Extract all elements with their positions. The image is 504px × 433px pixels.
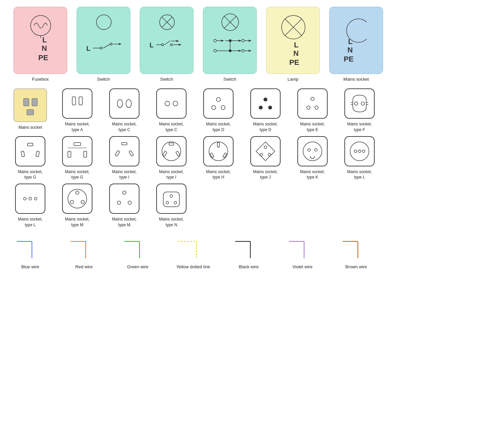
green-wire-label: Green wire — [127, 264, 149, 269]
type-i2-box — [156, 136, 186, 166]
type-i2-item: Mains socket,type I — [151, 136, 192, 181]
type-j-label: Mains socket,type J — [253, 169, 278, 181]
svg-marker-20 — [176, 40, 179, 42]
svg-line-9 — [103, 44, 111, 48]
socket-row3: Mains socket,type G Mains socket,type G — [7, 136, 497, 181]
type-d2-label: Mains socket,type D — [253, 121, 278, 133]
svg-text:L: L — [86, 45, 90, 52]
red-wire-label: Red wire — [75, 264, 92, 269]
svg-marker-24 — [179, 44, 181, 46]
svg-point-107 — [358, 150, 361, 153]
svg-point-112 — [68, 189, 87, 208]
switch2-label: Switch — [160, 77, 173, 82]
svg-text:PE: PE — [344, 55, 353, 63]
red-wire-item: Red wire — [67, 235, 101, 269]
svg-rect-90 — [129, 150, 134, 156]
svg-point-59 — [117, 100, 123, 108]
type-g2-box — [62, 136, 92, 166]
svg-marker-29 — [221, 40, 224, 42]
type-l1-item: Mains socket,type L — [339, 136, 380, 181]
switch1-label: Switch — [97, 77, 110, 82]
svg-text:PE: PE — [289, 58, 299, 67]
svg-rect-98 — [223, 153, 227, 158]
type-a-label: Mains socket,type A — [65, 121, 89, 133]
svg-rect-119 — [163, 192, 179, 207]
type-g1-label: Mains socket,type G — [18, 169, 42, 181]
svg-point-74 — [315, 106, 318, 109]
green-wire-item: Green wire — [121, 235, 155, 269]
type-e-label: Mains socket,type E — [300, 121, 325, 133]
type-i1-box — [109, 136, 139, 166]
svg-rect-84 — [74, 143, 81, 146]
type-l2-box — [15, 184, 45, 214]
svg-point-115 — [81, 200, 84, 204]
svg-point-37 — [214, 49, 216, 52]
yellow-dotted-label: Yellow dotted line — [176, 264, 210, 269]
type-a-item: Mains socket,type A — [57, 88, 97, 133]
svg-point-121 — [166, 201, 169, 204]
svg-point-113 — [76, 191, 79, 194]
brown-wire-item: Brown wire — [339, 235, 373, 269]
socket-row4: Mains socket,type L Mains socket,type M … — [7, 184, 497, 228]
type-d2-item: Mains socket,type D — [245, 88, 286, 133]
svg-point-104 — [314, 149, 317, 151]
svg-rect-54 — [24, 99, 29, 106]
svg-text:L: L — [150, 41, 154, 49]
svg-point-99 — [264, 146, 267, 149]
svg-rect-55 — [32, 99, 37, 106]
svg-rect-58 — [79, 97, 82, 105]
svg-point-60 — [126, 100, 131, 108]
black-wire-label: Black wire — [239, 264, 258, 269]
type-c1-item: Mains socket,type C — [104, 88, 144, 133]
svg-point-102 — [303, 142, 322, 161]
type-c1-box — [109, 88, 139, 119]
svg-point-117 — [117, 201, 121, 204]
svg-rect-94 — [176, 151, 180, 156]
svg-point-116 — [123, 191, 126, 194]
svg-rect-86 — [84, 151, 87, 157]
schematic-row: L N PE Fusebox L Switch — [7, 7, 497, 82]
type-n-box — [156, 184, 186, 214]
svg-rect-88 — [122, 143, 127, 145]
lamp-card: L N PE Lamp — [266, 7, 320, 82]
type-c2-box — [156, 88, 186, 119]
switch3-card: Switch — [203, 7, 257, 82]
svg-text:N: N — [42, 44, 47, 52]
svg-point-76 — [361, 102, 365, 105]
svg-text:L: L — [294, 41, 298, 49]
type-m2-label: Mains socket,type M — [112, 216, 136, 228]
uk-socket-box — [13, 88, 47, 122]
svg-marker-12 — [119, 43, 122, 45]
svg-point-72 — [311, 97, 314, 101]
type-g1-item: Mains socket,type G — [10, 136, 50, 181]
svg-point-109 — [24, 197, 26, 200]
svg-rect-85 — [68, 151, 71, 157]
svg-point-106 — [354, 150, 357, 153]
svg-point-108 — [362, 150, 365, 153]
type-c2-item: Mains socket,type C — [151, 88, 192, 133]
type-c2-label: Mains socket,type C — [159, 121, 183, 133]
mains-socket-schematic-label: Mains socket — [343, 77, 369, 82]
wire-row: Blue wire Red wire Green wire Yellow dot… — [7, 235, 497, 269]
type-d2-box — [250, 88, 281, 119]
svg-point-105 — [350, 142, 369, 161]
svg-rect-97 — [210, 153, 214, 158]
svg-line-19 — [165, 41, 170, 45]
blue-wire-label: Blue wire — [21, 264, 39, 269]
svg-point-100 — [260, 153, 263, 156]
type-j-box — [250, 136, 281, 166]
svg-point-61 — [165, 101, 170, 106]
type-l1-label: Mains socket,type L — [347, 169, 372, 181]
lamp-label: Lamp — [288, 77, 299, 82]
svg-point-34 — [242, 39, 244, 42]
svg-point-41 — [242, 49, 244, 52]
type-i1-item: Mains socket,type I — [104, 136, 144, 181]
svg-text:L: L — [42, 36, 47, 44]
svg-point-101 — [268, 153, 271, 156]
uk-socket-label: Mains socket — [18, 125, 42, 130]
type-j-item: Mains socket,type J — [245, 136, 286, 181]
svg-rect-92 — [169, 143, 174, 145]
svg-rect-81 — [28, 143, 33, 146]
yellow-dotted-item: Yellow dotted line — [175, 235, 212, 269]
svg-rect-82 — [21, 151, 25, 157]
